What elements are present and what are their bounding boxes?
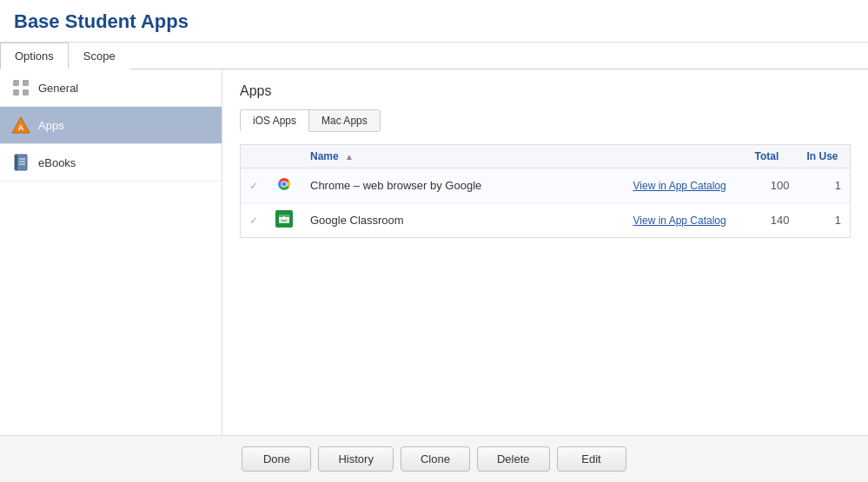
td-total-chrome: 100 bbox=[746, 168, 798, 203]
sidebar-item-ebooks[interactable]: eBooks bbox=[0, 144, 222, 182]
ebooks-icon bbox=[10, 152, 31, 173]
sidebar-label-general: General bbox=[38, 82, 78, 95]
edit-button[interactable]: Edit bbox=[557, 446, 626, 472]
table-row: ✓ bbox=[241, 203, 851, 238]
td-check-classroom: ✓ bbox=[241, 203, 268, 238]
table-row: ✓ bbox=[241, 168, 851, 203]
th-check bbox=[241, 145, 268, 168]
classroom-app-icon bbox=[275, 210, 293, 228]
svg-rect-3 bbox=[23, 89, 29, 96]
sub-tab-ios[interactable]: iOS Apps bbox=[240, 109, 309, 132]
td-icon-classroom bbox=[267, 203, 301, 238]
th-name[interactable]: Name ▲ bbox=[301, 145, 625, 168]
clone-button[interactable]: Clone bbox=[401, 446, 470, 472]
td-total-classroom: 140 bbox=[746, 203, 798, 238]
apps-icon: A bbox=[10, 115, 31, 135]
tab-scope[interactable]: Scope bbox=[69, 43, 130, 69]
delete-button[interactable]: Delete bbox=[477, 446, 550, 472]
tab-options[interactable]: Options bbox=[0, 43, 69, 69]
chrome-app-icon bbox=[275, 175, 293, 193]
content-area: Apps iOS Apps Mac Apps Name ▲ bbox=[222, 69, 868, 435]
svg-rect-2 bbox=[13, 89, 19, 96]
svg-rect-0 bbox=[13, 80, 19, 86]
th-icon bbox=[267, 145, 301, 168]
main-window: Base Student Apps Options Scope General bbox=[0, 0, 868, 482]
history-button[interactable]: History bbox=[318, 446, 393, 472]
svg-rect-7 bbox=[15, 155, 17, 170]
svg-point-13 bbox=[282, 182, 287, 187]
tabs-bar: Options Scope bbox=[0, 43, 868, 69]
checkmark-icon: ✓ bbox=[249, 180, 258, 192]
sidebar-item-apps[interactable]: A Apps bbox=[0, 107, 222, 144]
sort-arrow-icon: ▲ bbox=[345, 152, 354, 162]
page-title: Base Student Apps bbox=[14, 10, 854, 33]
th-inuse: In Use bbox=[798, 145, 851, 168]
svg-rect-1 bbox=[23, 80, 29, 86]
td-icon-chrome bbox=[267, 168, 301, 203]
sidebar-item-general[interactable]: General bbox=[0, 69, 222, 107]
view-catalog-link-classroom[interactable]: View in App Catalog bbox=[633, 215, 726, 227]
svg-rect-19 bbox=[282, 221, 287, 222]
checkmark-icon: ✓ bbox=[249, 215, 258, 227]
td-inuse-chrome: 1 bbox=[798, 168, 851, 203]
general-icon bbox=[10, 77, 31, 98]
td-inuse-classroom: 1 bbox=[798, 203, 851, 238]
view-catalog-link-chrome[interactable]: View in App Catalog bbox=[633, 180, 726, 192]
footer-bar: Done History Clone Delete Edit bbox=[0, 435, 868, 482]
sub-tab-mac[interactable]: Mac Apps bbox=[308, 109, 381, 132]
svg-point-17 bbox=[283, 216, 286, 219]
main-content: General A Apps bbox=[0, 69, 868, 435]
sidebar-label-apps: Apps bbox=[38, 119, 64, 132]
td-check-chrome: ✓ bbox=[241, 168, 268, 203]
th-link bbox=[625, 145, 746, 168]
td-link-classroom[interactable]: View in App Catalog bbox=[625, 203, 746, 238]
td-name-chrome: Chrome – web browser by Google bbox=[301, 168, 625, 203]
svg-text:A: A bbox=[18, 123, 24, 132]
sidebar: General A Apps bbox=[0, 69, 222, 435]
sub-tabs: iOS Apps Mac Apps bbox=[240, 109, 851, 132]
td-link-chrome[interactable]: View in App Catalog bbox=[625, 168, 746, 203]
apps-table: Name ▲ Total In Use ✓ bbox=[240, 144, 851, 238]
done-button[interactable]: Done bbox=[242, 446, 311, 472]
th-total: Total bbox=[746, 145, 798, 168]
page-header: Base Student Apps bbox=[0, 0, 868, 43]
td-name-classroom: Google Classroom bbox=[301, 203, 625, 238]
svg-rect-18 bbox=[281, 220, 288, 221]
sidebar-label-ebooks: eBooks bbox=[38, 156, 76, 169]
content-title: Apps bbox=[240, 83, 851, 99]
